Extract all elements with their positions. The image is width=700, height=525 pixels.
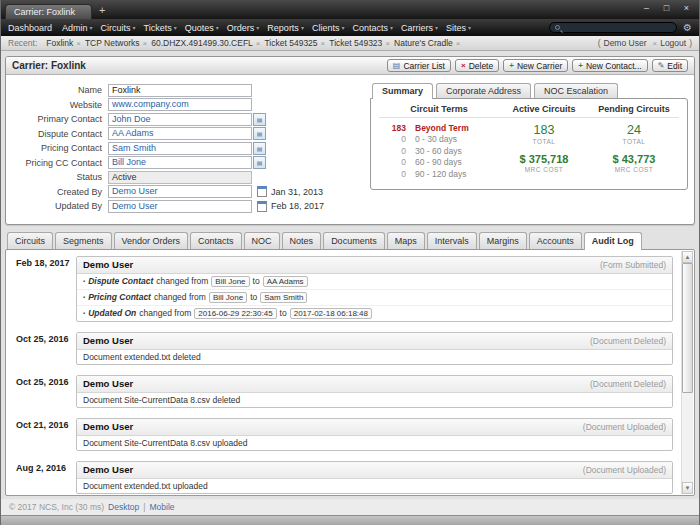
copyright-text: © 2017 NCS, Inc (30 ms) bbox=[9, 502, 104, 512]
delete-button[interactable]: ×Delete bbox=[455, 59, 499, 72]
recent-item[interactable]: TCP Networks bbox=[85, 38, 140, 48]
pricing-cc-contact-link[interactable]: Bill Jone bbox=[108, 156, 252, 169]
window-tab[interactable]: Carrier: Foxlink bbox=[5, 4, 92, 19]
summary-box: Circuit Terms Active Circuits Pending Ci… bbox=[370, 98, 688, 190]
audit-card: Demo User (Document Uploaded) Document e… bbox=[76, 461, 673, 494]
new-tab-button[interactable]: + bbox=[99, 4, 105, 17]
tab-maps[interactable]: Maps bbox=[387, 232, 425, 249]
recent-item[interactable]: Foxlink bbox=[46, 38, 73, 48]
active-total: 183 bbox=[499, 123, 589, 137]
gear-icon[interactable]: ⚙ bbox=[683, 22, 692, 33]
tab-notes[interactable]: Notes bbox=[282, 232, 322, 249]
nav-contacts[interactable]: Contacts▾ bbox=[348, 23, 397, 33]
contact-card-icon[interactable]: ▤ bbox=[253, 127, 266, 140]
website-row: Website www.company.com bbox=[12, 98, 358, 113]
window-tab-label: Carrier: Foxlink bbox=[14, 7, 75, 17]
maximize-icon[interactable]: □ bbox=[661, 3, 672, 13]
contact-card-icon[interactable]: ▤ bbox=[253, 113, 266, 126]
tab-margins[interactable]: Margins bbox=[479, 232, 527, 249]
tab-audit-log[interactable]: Audit Log bbox=[584, 232, 642, 250]
nav-carriers[interactable]: Carriers▾ bbox=[397, 23, 442, 33]
pricing-cc-contact-label: Pricing CC Contact bbox=[12, 158, 108, 168]
audit-entry: Oct 25, 2016 Demo User (Document Deleted… bbox=[76, 375, 673, 408]
nav-dashboard[interactable]: Dashboard bbox=[4, 23, 58, 33]
nav-sites[interactable]: Sites▾ bbox=[442, 23, 475, 33]
tab-corporate-address[interactable]: Corporate Address bbox=[436, 83, 531, 98]
carrier-list-button[interactable]: ▤Carrier List bbox=[387, 59, 451, 72]
tab-vendor-orders[interactable]: Vendor Orders bbox=[114, 232, 189, 249]
search-input[interactable] bbox=[563, 23, 673, 32]
chevron-down-icon: ▾ bbox=[256, 24, 259, 31]
scroll-down-icon[interactable]: ▼ bbox=[682, 482, 693, 494]
old-value-chip: Bill Jone bbox=[211, 276, 249, 287]
scrollbar-thumb[interactable] bbox=[682, 263, 693, 393]
nav-admin[interactable]: Admin▾ bbox=[58, 23, 97, 33]
new-value-chip: Sam Smith bbox=[260, 292, 307, 303]
new-carrier-button[interactable]: +New Carrier bbox=[503, 59, 568, 72]
tab-contacts[interactable]: Contacts bbox=[190, 232, 242, 249]
mobile-link[interactable]: Mobile bbox=[149, 502, 174, 512]
recent-item[interactable]: Ticket 549325 bbox=[264, 38, 317, 48]
recent-item[interactable]: 60.DHZX.491499.30.CEFL bbox=[151, 38, 253, 48]
tab-intervals[interactable]: Intervals bbox=[427, 232, 477, 249]
remove-recent-icon[interactable]: × bbox=[143, 39, 148, 48]
tab-documents[interactable]: Documents bbox=[323, 232, 385, 249]
scroll-up-icon[interactable]: ▲ bbox=[682, 251, 693, 263]
tab-segments[interactable]: Segments bbox=[55, 232, 112, 249]
primary-contact-link[interactable]: John Doe bbox=[108, 113, 252, 126]
created-by-link[interactable]: Demo User bbox=[108, 185, 252, 198]
remove-recent-icon[interactable]: × bbox=[256, 39, 261, 48]
pricing-contact-link[interactable]: Sam Smith bbox=[108, 142, 252, 155]
detail-tab-strip: Circuits Segments Vendor Orders Contacts… bbox=[5, 232, 695, 249]
tab-noc-escalation[interactable]: NOC Escalation bbox=[534, 83, 618, 98]
audit-user: Demo User bbox=[83, 378, 133, 389]
status-row: Status Active bbox=[12, 170, 358, 185]
chevron-down-icon: ▾ bbox=[216, 24, 219, 31]
remove-recent-icon[interactable]: × bbox=[321, 39, 326, 48]
contact-card-icon[interactable]: ▤ bbox=[253, 156, 266, 169]
term-row-beyond: 183Beyond Term bbox=[379, 122, 499, 134]
nav-tickets[interactable]: Tickets▾ bbox=[140, 23, 181, 33]
tab-accounts[interactable]: Accounts bbox=[529, 232, 582, 249]
tab-circuits[interactable]: Circuits bbox=[7, 232, 53, 249]
website-link[interactable]: www.company.com bbox=[108, 98, 252, 111]
nav-clients[interactable]: Clients▾ bbox=[308, 23, 349, 33]
updated-by-link[interactable]: Demo User bbox=[108, 200, 252, 213]
nav-reports[interactable]: Reports▾ bbox=[263, 23, 308, 33]
logout-link[interactable]: Logout bbox=[660, 38, 686, 48]
minimize-icon[interactable]: – bbox=[641, 3, 652, 13]
old-value-chip: 2016-06-29 22:30:45 bbox=[194, 308, 276, 319]
vertical-scrollbar[interactable]: ▲ ▼ bbox=[681, 251, 693, 495]
dispute-contact-link[interactable]: AA Adams bbox=[108, 127, 252, 140]
paren: ( bbox=[598, 38, 601, 48]
chevron-down-icon: ▾ bbox=[90, 24, 93, 31]
active-circuits-header: Active Circuits bbox=[499, 104, 589, 114]
contact-card-icon[interactable]: ▤ bbox=[253, 142, 266, 155]
tab-noc[interactable]: NOC bbox=[244, 232, 280, 249]
tab-summary[interactable]: Summary bbox=[372, 83, 433, 99]
name-row: Name Foxlink bbox=[12, 83, 358, 98]
close-icon[interactable]: × bbox=[681, 3, 692, 13]
current-user[interactable]: Demo User bbox=[604, 38, 647, 48]
nav-circuits[interactable]: Circuits▾ bbox=[97, 23, 140, 33]
remove-recent-icon[interactable]: × bbox=[456, 39, 461, 48]
plus-icon: + bbox=[509, 62, 514, 70]
nav-orders[interactable]: Orders▾ bbox=[223, 23, 264, 33]
recent-item[interactable]: Ticket 549323 bbox=[329, 38, 382, 48]
remove-recent-icon[interactable]: × bbox=[76, 39, 81, 48]
status-label: Status bbox=[12, 172, 108, 182]
recent-item[interactable]: Nature's Cradle bbox=[394, 38, 453, 48]
edit-button[interactable]: ✎Edit bbox=[652, 59, 688, 72]
carrier-panel: Carrier: Foxlink ▤Carrier List ×Delete +… bbox=[5, 56, 695, 225]
pending-mrc-label: MRC COST bbox=[589, 166, 679, 173]
remove-recent-icon[interactable]: × bbox=[385, 39, 390, 48]
title-bar: Carrier: Foxlink + – □ × bbox=[1, 0, 699, 19]
audit-entry: Oct 25, 2016 Demo User (Document Deleted… bbox=[76, 332, 673, 365]
audit-user: Demo User bbox=[83, 259, 133, 270]
new-contact-button[interactable]: +New Contact... bbox=[572, 59, 647, 72]
nav-quotes[interactable]: Quotes▾ bbox=[181, 23, 223, 33]
active-mrc-label: MRC COST bbox=[499, 166, 589, 173]
audit-entry: Oct 21, 2016 Demo User (Document Uploade… bbox=[76, 418, 673, 451]
desktop-link[interactable]: Desktop bbox=[108, 502, 139, 512]
circuit-terms-list: 183Beyond Term 00 - 30 days 030 - 60 day… bbox=[379, 122, 499, 180]
